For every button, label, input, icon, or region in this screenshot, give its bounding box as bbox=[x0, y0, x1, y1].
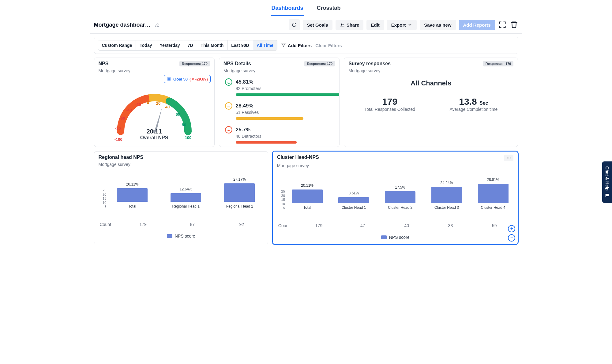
set-goals-button[interactable]: Set Goals bbox=[303, 20, 332, 30]
range-chip-this-month[interactable]: This Month bbox=[197, 40, 228, 50]
svg-point-1 bbox=[342, 24, 343, 25]
y-axis: 252015105 bbox=[99, 188, 107, 208]
svg-point-3 bbox=[168, 78, 170, 80]
detractors-bar bbox=[236, 141, 297, 144]
card-title: NPS Details bbox=[223, 61, 251, 66]
bar-col: 12.64%Regional Head 1 bbox=[162, 187, 210, 208]
edit-button[interactable]: Edit bbox=[366, 20, 384, 30]
range-chip-today[interactable]: Today bbox=[136, 40, 156, 50]
all-channels-heading: All Channels bbox=[344, 75, 518, 93]
passives-bar bbox=[236, 117, 303, 120]
bar-col: 24.24%Cluster Head 3 bbox=[426, 181, 467, 210]
top-tabs: Dashboards Crosstab bbox=[90, 0, 522, 16]
nps-gauge: -100 -80 -60 -40 -20 0 20 40 60 80 100 2… bbox=[111, 85, 197, 141]
promoters-row: 45.81% 82 Promoters bbox=[219, 75, 339, 99]
date-range-group: Custom RangeTodayYesterday7DThis MonthLa… bbox=[98, 40, 277, 51]
range-chip-yesterday[interactable]: Yesterday bbox=[156, 40, 184, 50]
smile-icon bbox=[225, 78, 233, 86]
add-reports-button[interactable]: Add Reports bbox=[459, 20, 495, 30]
card-title: Survey responses bbox=[348, 61, 391, 66]
card-menu-icon[interactable]: ⋯ bbox=[504, 155, 513, 161]
fullscreen-icon[interactable] bbox=[498, 21, 507, 29]
nps-value: 20.11 bbox=[140, 128, 168, 135]
delete-icon[interactable] bbox=[510, 21, 518, 29]
responses-badge: Responses: 179 bbox=[179, 61, 210, 66]
legend: NPS score bbox=[94, 229, 268, 243]
titlebar: Mortgage dashboar… Set Goals Share Edit … bbox=[90, 16, 522, 34]
tab-dashboards[interactable]: Dashboards bbox=[271, 4, 304, 16]
tab-crosstab[interactable]: Crosstab bbox=[316, 4, 341, 16]
save-as-new-button[interactable]: Save as new bbox=[420, 20, 456, 30]
bar-col: 28.81%Cluster Head 4 bbox=[473, 178, 514, 210]
card-regional-nps[interactable]: Regional head NPS Mortgage survey 252015… bbox=[94, 151, 268, 244]
bar-col: 20.11%Total bbox=[108, 182, 156, 208]
regional-bar-chart: 252015105 20.11%Total12.64%Regional Head… bbox=[108, 175, 264, 208]
card-survey-responses[interactable]: Survey responses Responses: 179 Mortgage… bbox=[344, 58, 518, 147]
range-chip-last-90d[interactable]: Last 90D bbox=[227, 40, 253, 50]
card-cluster-nps[interactable]: Cluster Head-NPS ⋯ Mortgage survey 25201… bbox=[272, 151, 518, 244]
detractors-row: 25.7% 46 Detractors bbox=[219, 123, 339, 147]
card-title: Regional head NPS bbox=[99, 155, 144, 160]
zoom-out-icon[interactable]: − bbox=[508, 234, 515, 242]
add-filters-button[interactable]: Add Filters bbox=[281, 43, 312, 48]
goal-chip[interactable]: Goal 50 ( ▾ -29.89) bbox=[164, 75, 211, 83]
clear-filters-button: Clear Filters bbox=[315, 43, 342, 48]
rename-icon[interactable] bbox=[153, 21, 162, 29]
promoters-bar bbox=[236, 93, 340, 96]
svg-point-6 bbox=[225, 103, 232, 109]
card-subtitle: Mortgage survey bbox=[344, 68, 518, 75]
svg-point-5 bbox=[225, 79, 232, 85]
refresh-button[interactable] bbox=[289, 19, 300, 30]
legend: NPS score bbox=[273, 231, 518, 244]
bar-col: 17.5%Cluster Head 2 bbox=[380, 185, 421, 210]
bar-col: 8.51%Cluster Head 1 bbox=[333, 191, 374, 210]
card-subtitle: Mortgage survey bbox=[94, 162, 268, 169]
zoom-controls: + − bbox=[508, 225, 515, 242]
stat-total-responses: 179 Total Responses Collected bbox=[364, 96, 415, 112]
card-nps-gauge[interactable]: NPS Responses: 179 Mortgage survey Goal … bbox=[94, 58, 215, 147]
responses-badge: Responses: 179 bbox=[483, 61, 514, 66]
card-title: NPS bbox=[99, 61, 109, 66]
svg-point-7 bbox=[225, 126, 232, 133]
share-button[interactable]: Share bbox=[336, 20, 364, 30]
neutral-icon bbox=[225, 102, 233, 110]
chat-help-button[interactable]: Chat & Help bbox=[602, 161, 612, 203]
range-chip-all-time[interactable]: All Time bbox=[253, 40, 277, 50]
export-button[interactable]: Export bbox=[387, 20, 417, 30]
bar-col: 20.11%Total bbox=[287, 183, 328, 210]
frown-icon bbox=[225, 126, 233, 134]
card-subtitle: Mortgage survey bbox=[94, 68, 214, 75]
cluster-count-row: Count 17947403359 bbox=[277, 223, 514, 228]
card-subtitle: Mortgage survey bbox=[273, 163, 518, 170]
range-chip-custom-range[interactable]: Custom Range bbox=[98, 40, 136, 50]
card-title: Cluster Head-NPS bbox=[277, 155, 319, 160]
y-axis: 252015105 bbox=[278, 190, 285, 210]
stat-avg-completion: 13.8 Sec Average Completion time bbox=[449, 96, 497, 112]
svg-point-0 bbox=[341, 24, 342, 25]
cluster-bar-chart: 252015105 20.11%Total8.51%Cluster Head 1… bbox=[287, 176, 514, 210]
page-title: Mortgage dashboar… bbox=[94, 22, 151, 28]
zoom-in-icon[interactable]: + bbox=[508, 225, 515, 232]
range-chip-7d[interactable]: 7D bbox=[184, 40, 197, 50]
regional-count-row: Count 1798792 bbox=[99, 222, 264, 227]
nps-value-label: Overall NPS bbox=[140, 135, 168, 141]
filter-bar: Custom RangeTodayYesterday7DThis MonthLa… bbox=[94, 37, 518, 54]
card-subtitle: Mortgage survey bbox=[219, 68, 339, 75]
responses-badge: Responses: 179 bbox=[304, 61, 335, 66]
bar-col: 27.17%Regional Head 2 bbox=[216, 177, 264, 208]
card-nps-details[interactable]: NPS Details Responses: 179 Mortgage surv… bbox=[219, 58, 340, 147]
passives-row: 28.49% 51 Passives bbox=[219, 99, 339, 123]
